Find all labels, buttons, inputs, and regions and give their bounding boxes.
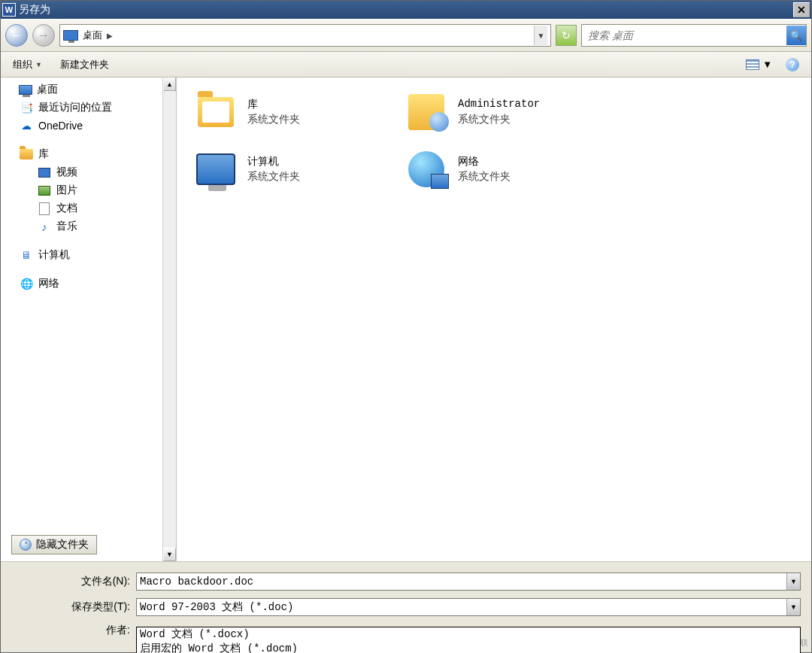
- tree-item-onedrive[interactable]: ☁OneDrive: [2, 117, 174, 135]
- tree-item-network[interactable]: 🌐网络: [2, 275, 174, 293]
- tree-label: 库: [38, 147, 49, 161]
- author-label: 作者:: [11, 624, 136, 637]
- item-title: 网络: [458, 154, 511, 169]
- word-icon: W: [2, 3, 16, 17]
- save-as-dialog: W 另存为 ✕ ← → 桌面 ▶ ▼ ↻ 🔍 组织 ▼ 新建文件夹 ▼: [0, 0, 812, 653]
- scroll-up-button[interactable]: ▲: [163, 77, 176, 91]
- filename-input[interactable]: [136, 573, 801, 591]
- tree-label: 文档: [56, 202, 77, 215]
- search-icon[interactable]: 🔍: [786, 26, 806, 45]
- item-title: Administrator: [458, 97, 540, 112]
- navigation-bar: ← → 桌面 ▶ ▼ ↻ 🔍: [1, 19, 811, 52]
- computer-icon: [196, 153, 235, 185]
- documents-icon: [39, 202, 50, 215]
- filename-dropdown-button[interactable]: ▼: [786, 573, 800, 590]
- new-folder-button[interactable]: 新建文件夹: [60, 58, 109, 71]
- hide-folders-button[interactable]: ˄ 隐藏文件夹: [11, 535, 97, 554]
- tree-label: 网络: [38, 277, 59, 290]
- view-options-button[interactable]: ▼: [746, 59, 772, 70]
- chevron-right-icon: ▶: [107, 32, 113, 40]
- navigation-pane[interactable]: 桌面 📑最近访问的位置 ☁OneDrive 库 视频 图片 文档 ♪音乐 🖥计算…: [1, 77, 177, 561]
- tree-item-recent[interactable]: 📑最近访问的位置: [2, 99, 174, 117]
- filetype-option[interactable]: 启用宏的 Word 文档 (*.docm): [137, 642, 800, 653]
- tree-item-libraries[interactable]: 库: [2, 145, 174, 163]
- organize-label: 组织: [13, 58, 32, 71]
- help-icon[interactable]: ?: [786, 58, 799, 71]
- tree-item-videos[interactable]: 视频: [2, 163, 174, 181]
- chevron-down-icon: ▼: [35, 61, 42, 68]
- address-bar[interactable]: 桌面 ▶ ▼: [59, 24, 551, 47]
- tree-label: 视频: [56, 166, 77, 179]
- tree-label: 图片: [56, 184, 77, 197]
- file-list-pane[interactable]: 库 系统文件夹 Administrator 系统文件夹 计算机: [177, 77, 811, 561]
- library-icon: [198, 97, 234, 127]
- views-icon: [746, 59, 759, 70]
- item-title: 计算机: [247, 154, 300, 169]
- filetype-dropdown-list[interactable]: Word 文档 (*.docx) 启用宏的 Word 文档 (*.docm) W…: [136, 627, 801, 653]
- address-dropdown-button[interactable]: ▼: [534, 26, 547, 45]
- recent-icon: 📑: [19, 101, 34, 114]
- back-button[interactable]: ←: [5, 24, 28, 47]
- onedrive-icon: ☁: [19, 119, 34, 132]
- item-subtitle: 系统文件夹: [458, 169, 511, 184]
- folder-tree: 桌面 📑最近访问的位置 ☁OneDrive 库 视频 图片 文档 ♪音乐 🖥计算…: [1, 77, 176, 296]
- filetype-option[interactable]: Word 文档 (*.docx): [137, 627, 800, 642]
- network-icon: [408, 151, 444, 187]
- item-subtitle: 系统文件夹: [458, 112, 540, 127]
- tree-item-desktop[interactable]: 桌面: [2, 80, 174, 99]
- tree-item-computer[interactable]: 🖥计算机: [2, 246, 174, 264]
- dialog-body: 桌面 📑最近访问的位置 ☁OneDrive 库 视频 图片 文档 ♪音乐 🖥计算…: [1, 77, 811, 561]
- desktop-icon: [63, 30, 78, 41]
- network-icon: 🌐: [19, 277, 34, 290]
- tree-item-music[interactable]: ♪音乐: [2, 217, 174, 235]
- tree-label: 计算机: [38, 248, 70, 262]
- new-folder-label: 新建文件夹: [60, 58, 109, 71]
- chevron-down-icon: ▼: [762, 59, 772, 70]
- item-network[interactable]: 网络 系统文件夹: [405, 148, 511, 190]
- item-administrator[interactable]: Administrator 系统文件夹: [405, 91, 540, 133]
- tree-label: OneDrive: [38, 120, 83, 132]
- user-folder-icon: [408, 94, 444, 130]
- filetype-label: 保存类型(T):: [11, 600, 136, 614]
- computer-icon: 🖥: [19, 248, 34, 262]
- refresh-button[interactable]: ↻: [556, 25, 577, 46]
- address-location: 桌面: [83, 29, 102, 42]
- filetype-dropdown-button[interactable]: ▼: [786, 599, 800, 615]
- item-title: 库: [247, 97, 300, 112]
- sidebar-scrollbar[interactable]: ▲ ▼: [162, 77, 176, 561]
- dialog-footer: 文件名(N): ▼ 保存类型(T): ▼ 作者: Word 文档 (*.docx…: [1, 561, 811, 652]
- close-button[interactable]: ✕: [793, 2, 810, 17]
- filename-label: 文件名(N):: [11, 575, 136, 588]
- tree-item-documents[interactable]: 文档: [2, 199, 174, 217]
- scroll-track[interactable]: [163, 91, 176, 548]
- desktop-icon: [19, 85, 32, 95]
- scroll-down-button[interactable]: ▼: [163, 548, 176, 561]
- tree-label: 最近访问的位置: [38, 101, 112, 114]
- titlebar[interactable]: W 另存为 ✕: [1, 1, 811, 19]
- search-input[interactable]: [588, 29, 786, 41]
- toolbar: 组织 ▼ 新建文件夹 ▼ ?: [1, 52, 811, 77]
- tree-item-pictures[interactable]: 图片: [2, 181, 174, 199]
- chevron-up-icon: ˄: [20, 539, 32, 551]
- hide-folders-label: 隐藏文件夹: [36, 538, 89, 551]
- filetype-combobox[interactable]: [136, 598, 801, 616]
- tree-label: 桌面: [37, 83, 58, 96]
- window-title: 另存为: [19, 3, 50, 17]
- tree-label: 音乐: [56, 220, 77, 233]
- item-libraries[interactable]: 库 系统文件夹: [195, 91, 300, 133]
- video-icon: [38, 168, 50, 178]
- item-computer[interactable]: 计算机 系统文件夹: [195, 148, 300, 190]
- library-icon: [20, 149, 33, 159]
- item-subtitle: 系统文件夹: [247, 112, 300, 127]
- item-subtitle: 系统文件夹: [247, 169, 300, 184]
- forward-button[interactable]: →: [32, 24, 55, 47]
- pictures-icon: [38, 186, 50, 196]
- organize-button[interactable]: 组织 ▼: [13, 58, 42, 71]
- search-box[interactable]: 🔍: [581, 24, 807, 47]
- music-icon: ♪: [37, 220, 52, 233]
